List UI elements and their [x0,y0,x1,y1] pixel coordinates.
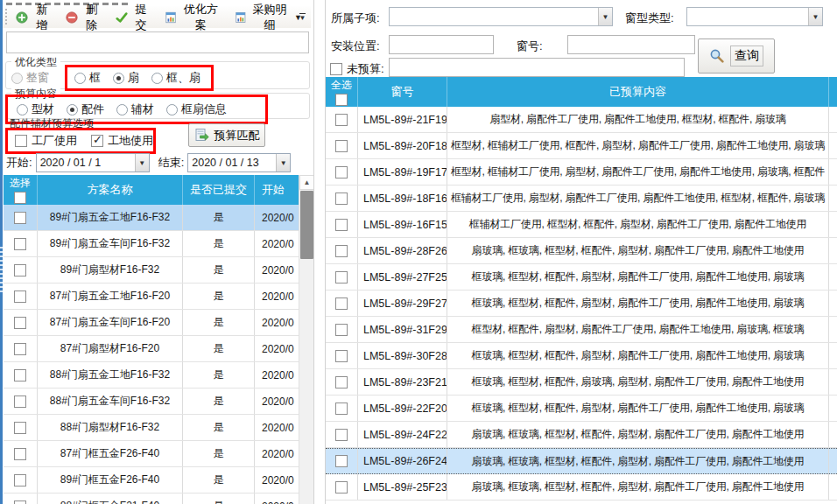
plan-table-row[interactable]: 87#门框五金F26-F40是2020/0 [4,441,299,467]
plan-table-row[interactable]: 88#门扇型材F16-F32是2020/0 [4,415,299,441]
no-budget-checkbox[interactable]: 未预算: [330,61,384,77]
checkbox-icon[interactable] [335,166,348,178]
checkbox-icon[interactable] [14,396,26,408]
add-button[interactable]: 新增 [11,0,57,36]
plan-name-header[interactable]: 方案名称 [37,175,182,205]
checkbox-icon[interactable] [14,290,26,303]
chevron-down-icon[interactable]: ▼ [808,8,822,25]
radio-icon[interactable] [17,104,28,116]
checkbox-checked-icon[interactable] [91,135,103,147]
budget-table-row[interactable]: LM5L-89#-21F19扇型材, 扇配件工厂使用, 扇配件工地使用, 框型材… [326,107,837,133]
checkbox-icon[interactable] [14,448,26,460]
row-select-cell[interactable] [326,290,357,316]
budget-table-row[interactable]: LM5L-89#-29F27框玻璃, 框型材, 框配件, 扇型材, 扇配件工厂使… [326,290,837,317]
row-select-cell[interactable] [326,474,357,500]
budget-table-row[interactable]: LM5L-89#-26F24扇玻璃, 框玻璃, 框型材, 框配件, 扇型材, 扇… [326,448,837,474]
row-select-cell[interactable] [326,107,357,132]
budget-match-button[interactable]: 预算匹配 [188,123,265,147]
select-all-checkbox[interactable] [335,94,348,106]
row-select-cell[interactable] [4,310,37,335]
row-select-cell[interactable] [326,238,357,263]
plan-table-scrollbar[interactable]: ▲ [299,175,313,504]
checkbox-icon[interactable] [15,135,27,147]
select-all-checkbox[interactable] [14,192,26,204]
row-select-cell[interactable] [4,205,37,230]
checkbox-icon[interactable] [14,343,26,355]
radio-profile[interactable]: 型材 [17,102,54,117]
radio-icon[interactable] [166,104,178,116]
query-button[interactable]: 查询 [698,38,775,74]
row-select-cell[interactable] [4,336,37,361]
budget-table-row[interactable]: LM5L-89#-23F21框玻璃, 框型材, 框配件, 扇玻璃, 扇型材, 扇… [326,369,837,396]
budget-table-row[interactable]: LM5L-89#-31F29框型材, 框配件, 扇型材, 扇配件工厂使用, 扇配… [326,317,837,343]
radio-sash[interactable]: 扇 [113,70,139,86]
toolbar-overflow-button[interactable]: ▼ [296,8,309,25]
checkbox-icon[interactable] [335,298,348,310]
radio-icon[interactable] [74,73,86,84]
chevron-down-icon[interactable]: ▼ [598,8,612,25]
checkbox-icon[interactable] [14,317,26,329]
checkbox-icon[interactable] [335,140,348,152]
checkbox-factory-use[interactable]: 工厂使用 [15,133,77,149]
radio-icon-selected[interactable] [67,104,78,116]
radio-frame-sash[interactable]: 框、扇 [151,70,200,86]
start-date-picker[interactable]: 2020 / 01 / 1 ▼ [36,153,150,172]
radio-icon[interactable] [116,104,128,116]
budget-table-row[interactable]: LM5L-89#-30F28框玻璃, 框型材, 框配件, 扇型材, 扇配件工厂使… [326,343,837,369]
plan-table-row[interactable]: 89#门框五金F26-F40是2020/0 [4,467,299,494]
row-select-cell[interactable] [4,467,37,493]
checkbox-icon[interactable] [335,219,348,231]
plan-table-row[interactable]: 87#门扇五金工地F16-F20是2020/0 [4,284,299,310]
budget-table-row[interactable]: LM5L-89#-25F23扇玻璃, 框玻璃, 框型材, 框配件, 扇型材, 扇… [326,474,837,500]
chevron-down-icon[interactable]: ▼ [135,154,149,172]
submitted-header[interactable]: 是否已提交 [182,175,254,205]
row-select-cell[interactable] [4,388,37,414]
row-select-cell[interactable] [326,133,357,158]
checkbox-icon[interactable] [14,369,26,382]
checkbox-site-use[interactable]: 工地使用 [91,133,153,149]
plan-table-row[interactable]: 87#门扇五金车间F16-F20是2020/0 [4,310,299,336]
delete-button[interactable]: 删除 [60,0,107,36]
radio-frame[interactable]: 框 [74,70,101,86]
checkbox-icon[interactable] [14,238,26,250]
checkbox-icon[interactable] [335,455,348,467]
plan-table-row[interactable]: 87#门扇型材F16-F20是2020/0 [4,336,299,362]
optimize-plan-button[interactable]: 优化方案 [159,0,226,36]
row-select-cell[interactable] [4,441,37,466]
budget-table-row[interactable]: LM5L-89#-27F25框玻璃, 框型材, 框配件, 扇型材, 扇配件工厂使… [326,264,837,290]
row-select-cell[interactable] [326,317,357,342]
row-select-cell[interactable] [4,494,37,504]
radio-frame-sash-info[interactable]: 框扇信息 [166,102,227,117]
scroll-up-arrow-icon[interactable]: ▲ [299,175,313,190]
checkbox-icon[interactable] [335,324,348,336]
row-select-cell[interactable] [4,257,37,283]
budget-table-row[interactable]: LM5L-89#-19F17框型材, 框辅材工厂使用, 扇型材, 扇配件工厂使用… [326,159,837,186]
row-select-cell[interactable] [326,186,357,211]
row-select-cell[interactable] [4,415,37,440]
budget-table-row[interactable]: LM5L-89#-24F22扇玻璃, 框玻璃, 框型材, 框配件, 扇型材, 扇… [326,422,837,448]
plan-table-row[interactable]: 88#门扇五金工地F16-F32是2020/0 [4,362,299,388]
budgeted-content-header[interactable]: 已预算内容 [447,77,828,107]
radio-auxiliary[interactable]: 辅材 [116,102,154,117]
end-date-picker[interactable]: 2020 / 01 / 13 ▼ [187,153,291,172]
budget-table-row[interactable]: LM5L-89#-18F16框辅材工厂使用, 扇型材, 扇配件工厂使用, 扇配件… [326,186,837,212]
panel-splitter[interactable] [313,0,326,504]
plan-table-row[interactable]: 88#门扇五金车间F16-F32是2020/0 [4,388,299,415]
start-header[interactable]: 开始 [254,175,299,205]
row-select-cell[interactable] [326,396,357,421]
row-select-cell[interactable] [326,212,357,237]
plan-table-row[interactable]: 89#门扇五金工地F16-F32是2020/0 [4,205,299,231]
checkbox-icon[interactable] [335,192,348,205]
scrollbar-thumb[interactable] [300,191,313,259]
chevron-down-icon[interactable]: ▼ [276,154,290,172]
checkbox-icon[interactable] [14,474,26,486]
checkbox-icon[interactable] [335,114,348,126]
radio-icon[interactable] [151,73,163,84]
row-select-cell[interactable] [4,362,37,388]
submit-button[interactable]: 提交 [110,0,157,36]
window-type-select[interactable]: ▼ [686,7,823,26]
checkbox-icon[interactable] [14,500,26,504]
checkbox-icon[interactable] [14,422,26,434]
checkbox-icon[interactable] [335,350,348,362]
checkbox-icon[interactable] [14,212,26,224]
